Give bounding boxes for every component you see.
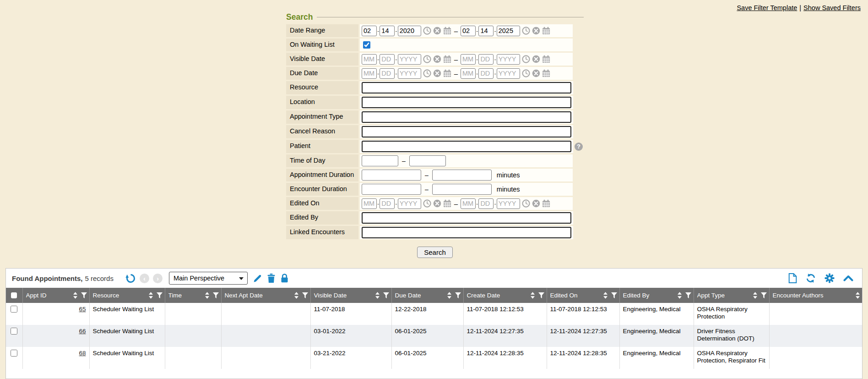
column-header-appt-id[interactable]: Appt ID	[22, 288, 89, 303]
column-header-edited-on[interactable]: Edited On	[547, 288, 619, 303]
visible-date-to-clear-icon[interactable]	[532, 55, 540, 63]
edited-on-to-month-input[interactable]	[461, 198, 476, 209]
visible-date-from-day-input[interactable]	[380, 54, 395, 65]
visible-date-from-clock-icon[interactable]	[423, 55, 431, 63]
due-date-to-year-input[interactable]	[497, 68, 520, 79]
column-header-create-date[interactable]: Create Date	[463, 288, 547, 303]
collapse-chevron-up-icon[interactable]	[843, 275, 853, 281]
due-date-to-calendar-icon[interactable]	[542, 69, 550, 77]
visible-date-from-month-input[interactable]	[362, 54, 377, 65]
due-date-from-clock-icon[interactable]	[423, 69, 431, 77]
date-range-to-clear-icon[interactable]	[532, 27, 540, 35]
date-range-to-clock-icon[interactable]	[522, 27, 530, 35]
row-checkbox[interactable]	[11, 350, 17, 357]
edited-on-from-day-input[interactable]	[380, 198, 395, 209]
next-page-icon[interactable]: ›	[153, 274, 163, 283]
due-date-from-year-input[interactable]	[398, 68, 421, 79]
cancel-reason-input[interactable]	[362, 126, 571, 137]
filter-funnel-icon[interactable]	[685, 292, 691, 298]
resource-input[interactable]	[362, 82, 571, 93]
edited-on-from-clock-icon[interactable]	[423, 199, 431, 208]
sort-icon[interactable]	[149, 292, 153, 299]
column-header-visible-date[interactable]: Visible Date	[310, 288, 391, 303]
appt-id-link[interactable]: 65	[79, 306, 86, 313]
new-document-icon[interactable]	[788, 273, 797, 283]
edited-on-to-clear-icon[interactable]	[532, 199, 540, 208]
due-date-to-clear-icon[interactable]	[532, 69, 540, 77]
sort-icon[interactable]	[205, 292, 209, 299]
encounter-duration-max-input[interactable]	[432, 184, 492, 195]
linked-encounters-input[interactable]	[362, 227, 571, 238]
sort-icon[interactable]	[603, 292, 608, 299]
sort-icon[interactable]	[531, 292, 535, 299]
edited-on-to-year-input[interactable]	[497, 198, 520, 209]
visible-date-to-calendar-icon[interactable]	[542, 55, 550, 63]
due-date-from-clear-icon[interactable]	[433, 69, 441, 77]
filter-funnel-icon[interactable]	[383, 292, 389, 298]
date-range-from-month-input[interactable]	[362, 26, 377, 36]
visible-date-to-day-input[interactable]	[478, 54, 494, 65]
column-header-time[interactable]: Time	[165, 288, 221, 303]
appointment-duration-min-input[interactable]	[362, 170, 421, 181]
filter-funnel-icon[interactable]	[81, 292, 87, 298]
date-range-from-day-input[interactable]	[380, 26, 395, 36]
due-date-to-clock-icon[interactable]	[522, 69, 530, 77]
on-waiting-list-checkbox[interactable]	[363, 41, 370, 49]
sort-icon[interactable]	[294, 292, 298, 299]
prev-page-icon[interactable]: ‹	[140, 274, 149, 283]
sort-icon[interactable]	[753, 292, 757, 299]
edited-on-from-month-input[interactable]	[362, 198, 377, 209]
date-range-from-year-input[interactable]	[398, 26, 421, 36]
visible-date-from-clear-icon[interactable]	[433, 55, 441, 63]
date-range-to-year-input[interactable]	[497, 26, 520, 36]
edited-by-input[interactable]	[362, 212, 571, 224]
edit-pencil-icon[interactable]	[253, 274, 262, 283]
column-header-resource[interactable]: Resource	[89, 288, 165, 303]
edited-on-to-calendar-icon[interactable]	[542, 199, 550, 208]
appointment-type-input[interactable]	[362, 111, 571, 123]
location-input[interactable]	[362, 97, 571, 108]
date-range-to-day-input[interactable]	[478, 26, 494, 36]
settings-gear-icon[interactable]	[825, 273, 835, 283]
time-of-day-to-input[interactable]	[409, 155, 446, 166]
column-header-next-apt-date[interactable]: Next Apt Date	[221, 288, 310, 303]
date-range-to-calendar-icon[interactable]	[542, 27, 550, 35]
patient-input[interactable]	[362, 141, 571, 152]
save-filter-template-link[interactable]: Save Filter Template	[737, 4, 797, 11]
select-all-checkbox[interactable]	[6, 288, 22, 303]
due-date-from-day-input[interactable]	[380, 68, 395, 79]
filter-funnel-icon[interactable]	[538, 292, 544, 298]
date-range-from-clock-icon[interactable]	[423, 27, 431, 35]
column-header-due-date[interactable]: Due Date	[391, 288, 463, 303]
show-saved-filters-link[interactable]: Show Saved Filters	[803, 4, 861, 11]
edited-on-from-year-input[interactable]	[398, 198, 421, 209]
visible-date-from-calendar-icon[interactable]	[443, 55, 451, 63]
sort-icon[interactable]	[447, 292, 451, 299]
filter-funnel-icon[interactable]	[157, 292, 163, 298]
time-of-day-from-input[interactable]	[362, 155, 398, 166]
sort-icon[interactable]	[856, 292, 860, 299]
refresh-icon[interactable]	[806, 273, 816, 283]
visible-date-to-month-input[interactable]	[461, 54, 476, 65]
date-range-from-calendar-icon[interactable]	[443, 27, 451, 35]
row-checkbox[interactable]	[11, 328, 17, 335]
appointment-duration-max-input[interactable]	[432, 170, 492, 181]
sort-icon[interactable]	[678, 292, 682, 299]
edited-on-from-calendar-icon[interactable]	[443, 199, 451, 208]
filter-funnel-icon[interactable]	[761, 292, 767, 298]
edited-on-to-day-input[interactable]	[478, 198, 494, 209]
edited-on-to-clock-icon[interactable]	[522, 199, 530, 208]
column-header-edited-by[interactable]: Edited By	[619, 288, 694, 303]
perspective-select[interactable]: Main Perspective	[169, 272, 248, 285]
appt-id-link[interactable]: 68	[79, 350, 86, 357]
date-range-from-clear-icon[interactable]	[433, 27, 441, 35]
due-date-to-month-input[interactable]	[461, 68, 476, 79]
visible-date-to-clock-icon[interactable]	[522, 55, 530, 63]
patient-help-icon[interactable]: ?	[575, 143, 583, 151]
appt-id-link[interactable]: 66	[79, 328, 86, 335]
visible-date-from-year-input[interactable]	[398, 54, 421, 65]
visible-date-to-year-input[interactable]	[497, 54, 520, 65]
sort-icon[interactable]	[73, 292, 77, 299]
lock-icon[interactable]	[281, 274, 288, 283]
edited-on-from-clear-icon[interactable]	[433, 199, 441, 208]
